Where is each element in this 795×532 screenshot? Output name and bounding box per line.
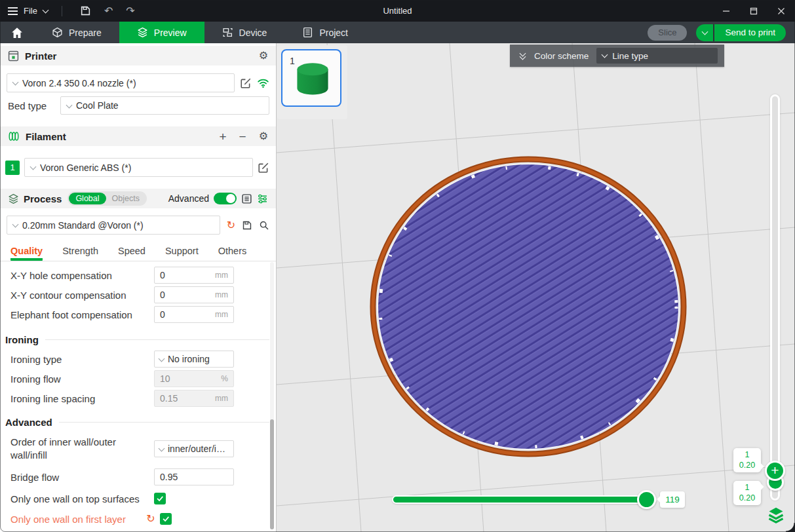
slice-button[interactable]: Slice — [648, 25, 687, 41]
param-row: Only one wall on top surfaces — [0, 489, 276, 508]
param-label: Only one wall on top surfaces — [10, 493, 154, 504]
xy-contour-compensation-input[interactable]: 0mm — [154, 286, 234, 303]
search-icon[interactable] — [259, 220, 269, 231]
save-preset-icon[interactable] — [242, 220, 252, 231]
ironing-line-spacing-input: 0.15mm — [154, 390, 234, 407]
printer-settings-gear-icon[interactable]: ⚙ — [259, 50, 268, 61]
advanced-toggle-label: Advanced — [168, 193, 209, 204]
param-value: 0.15 — [160, 393, 215, 404]
line-type-value: Line type — [612, 51, 648, 61]
bed-type-label: Bed type — [8, 100, 60, 111]
group-title: Ironing — [5, 334, 39, 345]
param-row: Ironing type No ironing — [0, 349, 276, 369]
param-row: Elephant foot compensation 0mm — [0, 305, 276, 324]
param-value: 0 — [160, 270, 215, 280]
edit-icon[interactable] — [240, 77, 252, 89]
chevron-down-icon[interactable] — [43, 7, 49, 13]
chevron-down-icon — [159, 355, 165, 362]
tune-icon[interactable] — [257, 193, 268, 204]
tab-prepare[interactable]: Prepare — [34, 22, 119, 43]
reset-value-icon[interactable]: ↻ — [145, 514, 156, 524]
file-menu[interactable]: File — [24, 6, 37, 16]
send-options-button[interactable] — [696, 24, 713, 41]
scope-objects-button[interactable]: Objects — [106, 194, 145, 203]
xy-hole-compensation-input[interactable]: 0mm — [154, 267, 234, 284]
layer-slider-track[interactable] — [770, 94, 780, 501]
tab-project[interactable]: Project — [284, 22, 366, 43]
process-preset-select[interactable]: 0.20mm Standard @Voron (*) — [7, 216, 220, 235]
only-one-wall-first-layer-checkbox[interactable] — [160, 513, 172, 525]
divider — [62, 6, 62, 16]
tab-speed[interactable]: Speed — [118, 246, 145, 261]
chevron-down-icon — [30, 164, 37, 170]
plate-thumbnail[interactable]: 1 — [281, 49, 341, 107]
layers-icon — [137, 27, 148, 38]
chevron-down-icon — [701, 28, 708, 35]
preview-3d-viewport[interactable]: 1 Color scheme Line type 1 0.20 1 0.20 — [277, 43, 795, 532]
wall-order-select[interactable]: inner/outer/i… — [154, 440, 234, 457]
build-plate-canvas[interactable] — [277, 43, 795, 532]
home-button[interactable] — [0, 22, 34, 43]
printer-preset-select[interactable]: Voron 2.4 350 0.4 nozzle (*) — [7, 73, 235, 92]
undo-icon[interactable]: ↶ — [104, 6, 113, 16]
scope-global-button[interactable]: Global — [69, 193, 106, 204]
sidebar-scrollbar-thumb[interactable] — [270, 419, 274, 529]
ironing-type-select[interactable]: No ironing — [154, 351, 234, 368]
move-slider-handle[interactable] — [637, 490, 656, 509]
collapse-double-chevron-icon[interactable] — [520, 53, 525, 59]
line-type-select[interactable]: Line type — [596, 48, 718, 64]
elephant-foot-compensation-input[interactable]: 0mm — [154, 306, 234, 323]
tab-strength[interactable]: Strength — [62, 246, 98, 261]
close-button[interactable] — [767, 0, 795, 22]
sliced-layer-top-view[interactable] — [373, 159, 684, 454]
move-slider-value-badge: 119 — [660, 491, 685, 508]
remove-filament-button[interactable]: − — [239, 130, 246, 143]
layer-number: 1 — [733, 483, 761, 493]
tab-prepare-label: Prepare — [69, 28, 102, 38]
filament-preset-select[interactable]: Voron Generic ABS (*) — [24, 158, 253, 177]
layer-slider-upper-handle[interactable]: + — [765, 461, 785, 481]
bed-type-value: Cool Plate — [76, 100, 119, 111]
param-label: Ironing type — [10, 354, 154, 365]
param-unit: % — [221, 374, 228, 383]
advanced-toggle[interactable] — [214, 193, 237, 204]
tab-support[interactable]: Support — [165, 246, 199, 261]
tab-project-label: Project — [319, 28, 348, 38]
send-to-print-button[interactable]: Send to print — [714, 24, 786, 41]
maximize-button[interactable] — [740, 0, 767, 22]
layers-view-icon[interactable] — [767, 506, 785, 524]
tab-device[interactable]: Device — [204, 22, 285, 43]
bed-type-select[interactable]: Cool Plate — [60, 96, 269, 115]
project-icon — [302, 27, 313, 38]
tab-preview[interactable]: Preview — [119, 22, 204, 43]
redo-icon[interactable]: ↷ — [126, 6, 134, 16]
param-row: Ironing flow 10% — [0, 369, 276, 389]
filament-settings-gear-icon[interactable]: ⚙ — [259, 131, 268, 142]
wifi-icon[interactable] — [257, 78, 269, 88]
filament-slot-badge[interactable]: 1 — [5, 161, 20, 175]
color-scheme-label: Color scheme — [534, 51, 589, 61]
reset-preset-icon[interactable]: ↻ — [227, 220, 235, 231]
parameter-list-icon[interactable] — [241, 193, 252, 204]
printer-icon — [8, 50, 19, 62]
chevron-down-icon — [66, 102, 73, 108]
layer-lower-tooltip: 1 0.20 — [733, 481, 761, 505]
tab-others[interactable]: Others — [218, 246, 247, 261]
nav-tab-bar: Prepare Preview Device Project Slice Sen… — [0, 22, 795, 43]
param-unit: mm — [215, 394, 228, 403]
menu-icon[interactable] — [8, 7, 18, 15]
tab-device-label: Device — [239, 28, 267, 38]
edit-icon[interactable] — [258, 162, 269, 174]
param-value: 0 — [160, 290, 215, 300]
tab-quality[interactable]: Quality — [10, 246, 43, 261]
param-label: Ironing line spacing — [10, 393, 154, 404]
minimize-button[interactable] — [712, 0, 740, 22]
param-row: X-Y contour compensation 0mm — [0, 285, 276, 305]
add-filament-button[interactable]: + — [219, 130, 226, 143]
move-slider-track[interactable] — [392, 495, 657, 504]
filament-section-title: Filament — [26, 131, 66, 142]
save-icon[interactable] — [80, 5, 91, 16]
param-label: Bridge flow — [10, 472, 154, 483]
only-one-wall-top-checkbox[interactable] — [154, 493, 166, 504]
bridge-flow-input[interactable]: 0.95 — [154, 468, 234, 485]
